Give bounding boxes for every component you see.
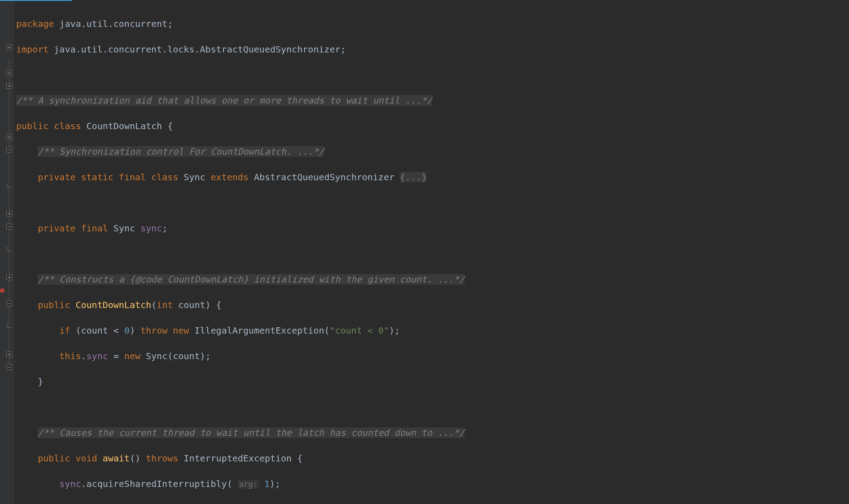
code-line: private static final class Sync extends … <box>16 171 464 184</box>
parameter-hint: arg: <box>238 480 259 489</box>
fold-toggle-class-comment[interactable] <box>6 44 12 50</box>
folded-region[interactable]: {...} <box>400 172 427 182</box>
code-line: import java.util.concurrent.locks.Abstra… <box>16 43 464 56</box>
code-line: if (count < 0) throw new IllegalArgument… <box>16 324 464 337</box>
code-line: public class CountDownLatch { <box>16 120 464 133</box>
code-line <box>16 69 464 82</box>
fold-toggle-await[interactable] <box>6 224 12 230</box>
code-line: /** Causes the current thread to wait un… <box>16 426 464 439</box>
fold-toggle-sync-class[interactable] <box>6 83 12 89</box>
fold-toggle-ctor[interactable] <box>6 147 12 152</box>
code-line: /** Synchronization control For CountDow… <box>16 145 464 158</box>
fold-toggle-ctor-comment[interactable] <box>6 134 12 140</box>
fold-end-icon <box>7 325 12 330</box>
code-line <box>16 248 464 261</box>
fold-toggle-await2[interactable] <box>6 300 12 306</box>
fold-toggle-await-comment[interactable] <box>6 211 12 217</box>
code-line: package java.util.concurrent; <box>16 17 464 30</box>
fold-toggle-countdown[interactable] <box>6 364 12 370</box>
fold-end-icon <box>7 248 12 253</box>
fold-toggle-await2-comment[interactable] <box>6 274 12 280</box>
fold-end-icon <box>7 185 12 190</box>
code-line: public void await() throws InterruptedEx… <box>16 452 464 465</box>
fold-column <box>6 1 13 504</box>
javadoc-comment: /** Constructs a {@code CountDownLatch} … <box>38 274 464 285</box>
code-line: private final Sync sync; <box>16 222 464 235</box>
code-line: /** A synchronization aid that allows on… <box>16 94 464 107</box>
fold-toggle-inner-comment[interactable] <box>6 70 12 76</box>
code-line: } <box>16 375 464 388</box>
code-line: /** Constructs a {@code CountDownLatch} … <box>16 273 464 286</box>
fold-toggle-countdown-comment[interactable] <box>6 352 12 357</box>
gutter-error-icon[interactable] <box>0 288 4 293</box>
code-line <box>16 401 464 414</box>
code-line <box>16 196 464 209</box>
javadoc-comment: /** A synchronization aid that allows on… <box>16 95 432 106</box>
code-editor[interactable]: package java.util.concurrent; import jav… <box>16 4 464 504</box>
code-line: this.sync = new Sync(count); <box>16 350 464 363</box>
javadoc-comment: /** Synchronization control For CountDow… <box>38 146 324 157</box>
code-line: public CountDownLatch(int count) { <box>16 299 464 312</box>
javadoc-comment: /** Causes the current thread to wait un… <box>38 427 464 438</box>
code-line: sync.acquireSharedInterruptibly( arg: 1)… <box>16 478 464 491</box>
